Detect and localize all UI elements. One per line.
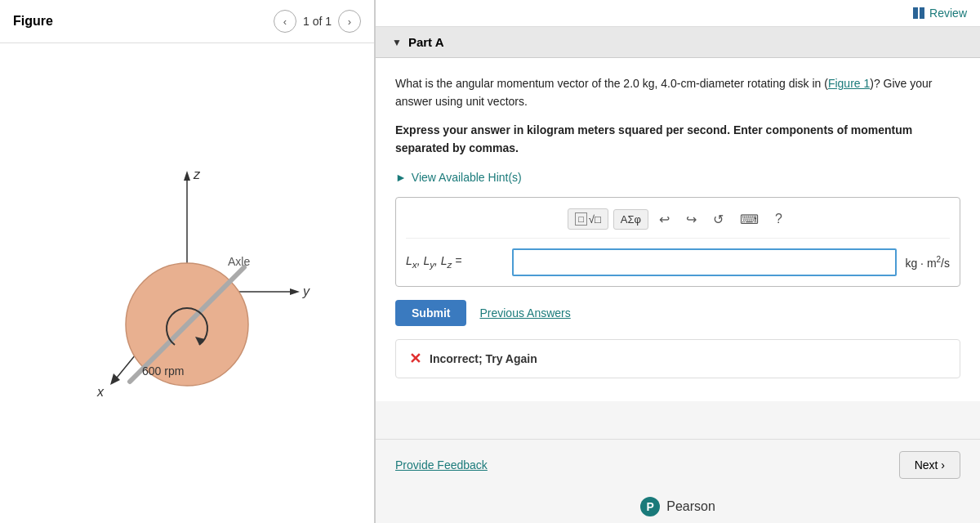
question-bold: Express your answer in kilogram meters s… bbox=[395, 121, 960, 158]
keyboard-icon: ⌨ bbox=[740, 212, 759, 226]
undo-button[interactable]: ↩ bbox=[653, 208, 675, 231]
question-text: What is the angular momentum vector of t… bbox=[395, 74, 960, 111]
prev-answers-button[interactable]: Previous Answers bbox=[479, 306, 570, 320]
review-label: Review bbox=[929, 7, 967, 20]
provide-feedback-button[interactable]: Provide Feedback bbox=[395, 458, 488, 472]
review-link[interactable]: Review bbox=[913, 7, 967, 20]
hint-arrow: ► bbox=[395, 171, 407, 184]
svg-text:x: x bbox=[96, 385, 105, 399]
redo-icon: ↪ bbox=[686, 212, 697, 226]
hint-link[interactable]: ► View Available Hint(s) bbox=[395, 171, 960, 184]
review-bar: Review bbox=[376, 0, 980, 27]
undo-icon: ↩ bbox=[659, 212, 670, 226]
svg-text:Axle: Axle bbox=[228, 255, 250, 268]
momentum-input[interactable] bbox=[512, 248, 897, 276]
pearson-logo-letter: P bbox=[647, 500, 654, 513]
svg-marker-7 bbox=[290, 288, 300, 295]
help-button[interactable]: ? bbox=[769, 208, 788, 230]
math-toolbar: □ √□ ΑΣφ ↩ ↪ ↺ ⌨ bbox=[406, 208, 950, 239]
feedback-text: Incorrect; Try Again bbox=[430, 352, 537, 365]
pearson-footer: P Pearson bbox=[376, 490, 980, 523]
pearson-logo: P bbox=[640, 497, 660, 516]
unit-label: kg · m2/s bbox=[905, 255, 950, 270]
next-button[interactable]: Next › bbox=[899, 451, 960, 479]
bottom-bar: Provide Feedback Next › bbox=[376, 439, 980, 490]
action-row: Submit Previous Answers bbox=[395, 300, 960, 326]
matrix-button[interactable]: □ √□ bbox=[568, 208, 608, 230]
sqrt-symbol: √□ bbox=[589, 213, 601, 226]
svg-text:y: y bbox=[302, 284, 310, 298]
next-figure-button[interactable]: › bbox=[338, 10, 361, 33]
figure-count: 1 of 1 bbox=[303, 15, 332, 28]
keyboard-button[interactable]: ⌨ bbox=[734, 208, 764, 231]
redo-button[interactable]: ↪ bbox=[680, 208, 702, 231]
figure-nav: ‹ 1 of 1 › bbox=[274, 10, 361, 33]
review-icon bbox=[913, 7, 924, 19]
input-area: □ √□ ΑΣφ ↩ ↪ ↺ ⌨ bbox=[395, 197, 960, 287]
figure-title: Figure bbox=[13, 14, 274, 29]
refresh-button[interactable]: ↺ bbox=[707, 208, 729, 231]
spacer bbox=[376, 401, 980, 439]
part-section: ▼ Part A What is the angular momentum ve… bbox=[376, 27, 980, 401]
figure-diagram: z x y Axle 600 rpm bbox=[48, 128, 326, 439]
svg-marker-1 bbox=[184, 171, 190, 181]
prev-figure-button[interactable]: ‹ bbox=[274, 10, 296, 33]
figure-link[interactable]: Figure 1 bbox=[828, 77, 870, 90]
part-label: Part A bbox=[408, 35, 444, 49]
svg-text:600 rpm: 600 rpm bbox=[142, 364, 184, 378]
help-icon: ? bbox=[775, 212, 782, 226]
pearson-text: Pearson bbox=[666, 499, 715, 514]
right-panel: Review ▼ Part A What is the angular mome… bbox=[376, 0, 980, 523]
figure-content: z x y Axle 600 rpm bbox=[0, 43, 374, 523]
left-panel: Figure ‹ 1 of 1 › z x y Axle bbox=[0, 0, 376, 523]
part-header: ▼ Part A bbox=[376, 27, 980, 58]
matrix-icon: □ bbox=[575, 212, 587, 226]
refresh-icon: ↺ bbox=[713, 212, 724, 226]
part-body: What is the angular momentum vector of t… bbox=[376, 58, 980, 401]
greek-label: ΑΣφ bbox=[621, 213, 641, 226]
figure-header: Figure ‹ 1 of 1 › bbox=[0, 0, 374, 43]
input-row: Lx, Ly, Lz = kg · m2/s bbox=[406, 248, 950, 276]
feedback-box: ✕ Incorrect; Try Again bbox=[395, 339, 960, 378]
submit-button[interactable]: Submit bbox=[395, 300, 466, 326]
svg-text:z: z bbox=[193, 168, 201, 181]
hint-label: View Available Hint(s) bbox=[412, 171, 522, 184]
greek-button[interactable]: ΑΣφ bbox=[613, 209, 648, 230]
part-collapse-arrow[interactable]: ▼ bbox=[392, 37, 402, 48]
incorrect-icon: ✕ bbox=[409, 350, 421, 368]
input-label: Lx, Ly, Lz = bbox=[406, 254, 504, 270]
